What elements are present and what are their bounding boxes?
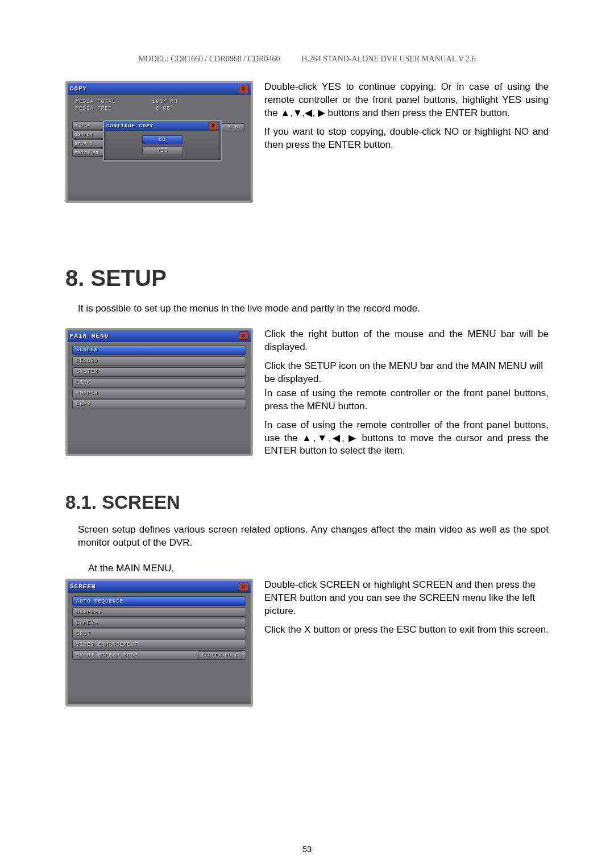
- screen-intro: Screen setup defines various screen rela…: [78, 524, 549, 550]
- mainmenu-paragraph-1: Click the right button of the mouse and …: [264, 328, 549, 354]
- main-menu-dialog: MAIN MENU x SCREEN RECORD SYSTEM LINK SE…: [65, 328, 253, 456]
- media-free-label: MEDIA FREE: [76, 106, 112, 111]
- side-label-stop: STOP C: [72, 139, 105, 148]
- copy-paragraph-2: If you want to stop copying, double-clic…: [264, 126, 549, 152]
- menu-item-search[interactable]: SEARCH: [72, 389, 246, 398]
- side-label-contin: CONTIN: [72, 130, 105, 139]
- mainmenu-paragraph-4: In case of using the remote controller o…: [264, 419, 549, 458]
- media-total-value: 1904 MB: [152, 99, 178, 105]
- header-doc: H.264 STAND-ALONE DVR USER MANUAL V 2.6: [301, 55, 476, 63]
- menu-item-video-enhancement[interactable]: VIDEO ENHANCEMENT: [72, 639, 246, 649]
- section-heading-setup: 8. SETUP: [65, 265, 549, 291]
- menu-item-link[interactable]: LINK: [72, 378, 246, 388]
- continue-copy-title: CONTINUE COPY: [106, 123, 209, 129]
- trailing-value: 0 0: [221, 123, 245, 131]
- at-main-menu-label: At the MAIN MENU,: [88, 562, 549, 575]
- event-screen-mode-label: EVENT SCREEN MODE: [76, 653, 138, 658]
- header-model: MODEL: CDR1660 / CDR0860 / CDR0460: [138, 55, 280, 63]
- main-menu-title: MAIN MENU: [70, 333, 239, 339]
- mainmenu-paragraph-3: In case of using the remote controller o…: [264, 387, 549, 413]
- copy-paragraph-1: Double-click YES to continue copying. Or…: [264, 81, 549, 120]
- menu-item-auto-sequence[interactable]: AUTO SEQUENCE: [72, 596, 246, 606]
- screen-paragraph-2: Click the X button or press the ESC butt…: [264, 624, 549, 637]
- menu-item-system[interactable]: SYSTEM: [72, 367, 246, 377]
- page-number: 53: [0, 844, 614, 854]
- side-label-media: MEDIA: [72, 121, 105, 130]
- yes-button[interactable]: YES: [142, 146, 183, 155]
- section-heading-screen: 8.1. SCREEN: [65, 492, 549, 513]
- no-button[interactable]: NO: [142, 135, 183, 144]
- event-screen-mode-value: SCREEN HOLD: [198, 651, 242, 659]
- screen-menu-title: SCREEN: [70, 583, 239, 590]
- close-icon[interactable]: x: [239, 85, 248, 93]
- menu-item-spot[interactable]: SPOT: [72, 629, 246, 638]
- media-total-label: MEDIA TOTAL: [76, 99, 115, 105]
- menu-item-camera[interactable]: CAMERA: [72, 618, 246, 628]
- menu-item-display[interactable]: DISPLAY: [72, 607, 246, 617]
- menu-item-screen[interactable]: SCREEN: [72, 346, 246, 355]
- menu-item-event-screen-mode[interactable]: EVENT SCREEN MODE SCREEN HOLD: [72, 650, 246, 660]
- close-icon[interactable]: x: [239, 331, 248, 340]
- menu-item-record[interactable]: RECORD: [72, 356, 246, 366]
- continue-copy-dialog: CONTINUE COPY x NO YES: [103, 120, 222, 161]
- mainmenu-paragraph-2: Click the SETUP icon on the MENU bar and…: [264, 360, 549, 386]
- close-icon[interactable]: x: [209, 122, 218, 130]
- setup-intro: It is possible to set up the menus in th…: [78, 302, 549, 315]
- page-header: MODEL: CDR1660 / CDR0860 / CDR0460 H.264…: [65, 54, 549, 64]
- menu-item-copy[interactable]: COPY: [72, 400, 246, 409]
- copy-dialog-title: COPY: [70, 85, 239, 92]
- media-free-value: 0 MB: [156, 106, 171, 111]
- screen-paragraph-1: Double-click SCREEN or highlight SCREEN …: [264, 579, 549, 618]
- copy-dialog: COPY x MEDIA TOTAL 1904 MB MEDIA FREE 0 …: [65, 81, 253, 203]
- close-icon[interactable]: x: [239, 583, 248, 591]
- screen-menu-dialog: SCREEN x AUTO SEQUENCE DISPLAY CAMERA SP…: [65, 579, 253, 707]
